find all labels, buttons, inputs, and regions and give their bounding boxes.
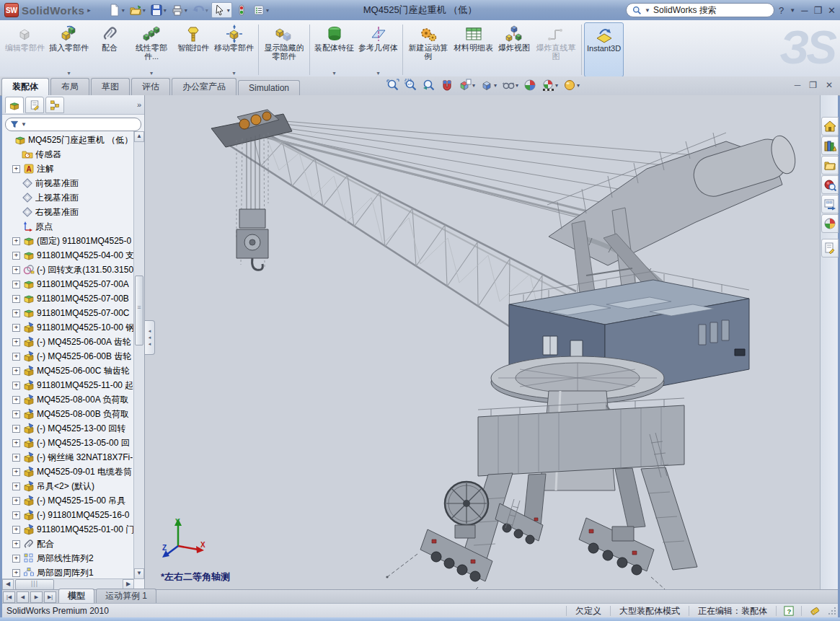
expand-toggle-icon[interactable]: + [12,511,20,519]
stoplight-button[interactable] [234,3,249,17]
reference-geometry-dropdown-icon[interactable]: ▾ [376,70,379,76]
expand-toggle-icon[interactable]: + [12,425,20,433]
next-tab-button[interactable]: ▶ [30,591,43,603]
scroll-thumb[interactable] [135,276,143,345]
expand-toggle-icon[interactable]: + [12,237,20,245]
tab-featuremanager[interactable] [5,97,24,113]
view-orientation-button[interactable]: ▾ [458,78,476,92]
expand-toggle-icon[interactable]: + [12,382,20,389]
expand-toggle-icon[interactable]: + [12,410,20,418]
appearances-scenes-button[interactable] [821,214,839,233]
tree-root-item[interactable]: MQ4525门座起重机 （低） [2,133,134,147]
tree-item[interactable]: 原点 [2,219,134,234]
expand-toggle-icon[interactable]: + [12,540,20,548]
search-palette-button[interactable] [821,175,839,194]
prev-tab-button[interactable]: ◀ [17,591,29,603]
open-dropdown-icon[interactable]: ▾ [143,7,146,14]
save-button[interactable]: ▾ [149,3,168,17]
hide-show-items-button[interactable]: ▾ [501,78,519,92]
tree-item[interactable]: +(-) MQ4525-13-05-00 回 [2,436,134,450]
tab-办公室产品[interactable]: 办公室产品 [172,78,236,95]
tree-item[interactable]: +(-) 回转支承(131.50.3150 [2,263,134,277]
scroll-up-icon[interactable]: ▲ [134,131,144,142]
tab-草图[interactable]: 草图 [91,78,130,95]
ribbon-smart-fastener-button[interactable]: 智能扣件 [174,22,212,77]
expand-toggle-icon[interactable]: + [12,353,20,361]
tree-item[interactable]: +MQ4525-09-01 电缆卷筒 [2,464,134,479]
ribbon-show-hidden-button[interactable]: 显示隐藏的零部件 [261,22,307,77]
tab-Simulation[interactable]: Simulation [238,80,300,95]
maximize-button[interactable]: ❐ [813,5,822,16]
expand-toggle-icon[interactable]: + [12,295,20,303]
tree-item[interactable]: +911801MQ4525-07-00A [2,277,134,291]
hscroll-thumb[interactable]: ||| [15,579,54,590]
expand-toggle-icon[interactable]: + [12,309,20,317]
tab-评估[interactable]: 评估 [131,78,170,95]
tree-item[interactable]: +MQ4525-08-00A 负荷取 [2,392,134,407]
ribbon-mate-button[interactable]: 配合 [91,22,128,77]
doc-minimize-button[interactable]: ─ [795,80,801,90]
ribbon-motion-study-button[interactable]: 新建运动算例 [405,22,451,77]
resources-home-button[interactable] [821,117,839,136]
tree-item[interactable]: +A注解 [2,162,134,176]
tree-item[interactable]: +局部线性阵列2 [2,551,134,565]
tree-item[interactable]: +(-) 钢丝绳 32NAT18X7Fi- [2,450,134,464]
tree-item[interactable]: +911801MQ4525-07-00B [2,291,134,306]
display-style-dropdown-icon[interactable]: ▾ [494,82,497,89]
tree-item[interactable]: 上视基准面 [2,190,134,205]
ribbon-instant3d-button[interactable]: Instant3D [584,22,624,77]
display-style-button[interactable]: ▾ [479,78,498,92]
first-tab-button[interactable]: |◀ [3,591,15,603]
view-settings-dropdown-icon[interactable]: ▾ [577,82,580,89]
save-dropdown-icon[interactable]: ▾ [164,7,167,14]
custom-properties-button[interactable] [821,239,839,257]
tab-布局[interactable]: 布局 [50,78,89,95]
help-dropdown-icon[interactable]: ▼ [790,7,795,14]
expand-toggle-icon[interactable]: + [12,569,20,577]
tree-item[interactable]: 右视基准面 [2,205,134,219]
ribbon-bom-button[interactable]: 材料明细表 [451,22,495,77]
expand-toggle-icon[interactable]: + [12,483,20,490]
section-view-button[interactable] [440,78,454,92]
insert-component-dropdown-icon[interactable]: ▾ [67,70,70,76]
tree-filter-input[interactable]: ▼ [5,118,141,131]
crane-model[interactable] [145,95,822,589]
resize-grip[interactable] [828,607,836,615]
expand-toggle-icon[interactable]: + [12,555,20,563]
tree-item[interactable]: +吊具<2> (默认) [2,479,134,493]
ribbon-move-component-button[interactable]: 移动零部件▾ [212,22,256,77]
print-dropdown-icon[interactable]: ▾ [185,7,187,14]
expand-toggle-icon[interactable]: + [12,252,20,260]
expand-toggle-icon[interactable]: + [12,367,20,375]
tree-item[interactable]: +MQ4525-08-00B 负荷取 [2,407,134,421]
tab-propertymanager[interactable] [25,97,44,113]
tree-vertical-scrollbar[interactable]: ▲ ▼ [133,131,144,579]
tree-item[interactable]: +911801MQ4525-11-00 起 [2,378,134,392]
ribbon-reference-geometry-button[interactable]: 参考几何体▾ [356,22,400,77]
design-library-button[interactable] [821,136,839,155]
select-button[interactable]: ▾ [211,2,232,18]
linear-pattern-dropdown-icon[interactable]: ▾ [150,70,153,76]
toolbar-expand-icon[interactable]: ▸ [87,6,91,14]
ribbon-insert-component-button[interactable]: 插入零部件▾ [47,22,91,77]
tree-item[interactable]: +MQ4525-06-00C 轴齿轮 [2,364,134,378]
model-tab-模型[interactable]: 模型 [58,589,94,604]
tree-item[interactable]: +(-) MQ4525-06-00B 齿轮 [2,349,134,364]
expand-toggle-icon[interactable]: + [12,281,20,289]
tree-item[interactable]: +911801MQ4525-01-00 门 [2,522,134,537]
assembly-feature-dropdown-icon[interactable]: ▾ [332,70,335,76]
ribbon-exploded-view-button[interactable]: 爆炸视图 [495,22,533,77]
expand-toggle-icon[interactable]: + [12,396,20,404]
expand-toggle-icon[interactable]: + [12,439,20,447]
minimize-button[interactable]: ─ [801,5,808,16]
close-button[interactable]: ✕ [828,5,836,16]
filter-dropdown-icon[interactable]: ▼ [21,121,27,128]
expand-toggle-icon[interactable]: + [12,266,20,274]
zoom-fit-button[interactable] [386,78,400,92]
apply-scene-button[interactable]: ▾ [541,78,559,92]
tree-item[interactable]: +(固定) 911801MQ4525-0 [2,234,134,248]
tree-item[interactable]: 传感器 [2,147,134,162]
tree-item[interactable]: +911801MQ4525-07-00C [2,306,134,320]
panel-collapse-handle[interactable]: ◂ ◂ ◂ [145,320,155,355]
expand-toggle-icon[interactable]: + [12,454,20,462]
